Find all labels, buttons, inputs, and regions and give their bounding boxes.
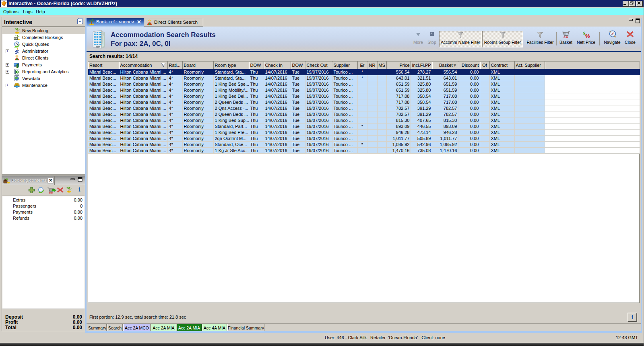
svg-text:%: % xyxy=(585,33,590,38)
svg-text:$: $ xyxy=(17,63,19,68)
